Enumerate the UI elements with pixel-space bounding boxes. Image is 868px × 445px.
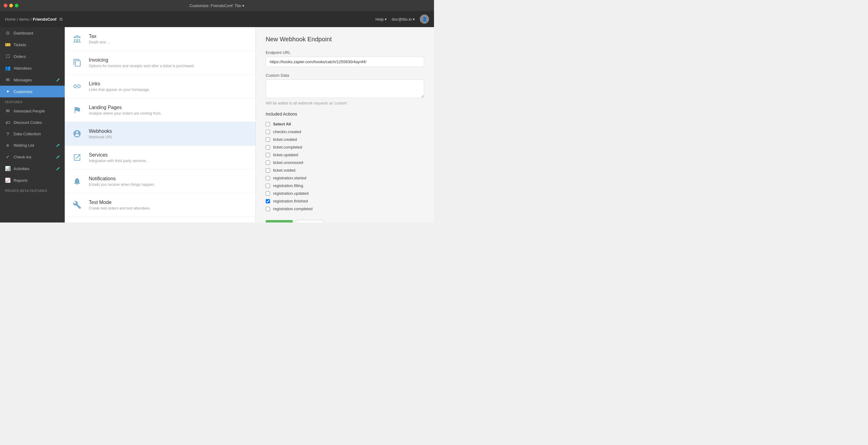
close-button[interactable] [4, 4, 7, 7]
topnav-right: Help ▾ doc@tito.io ▾ 👤 [375, 14, 429, 24]
included-actions-label: Included Actions [266, 112, 424, 117]
sidebar-label-check-ins: Check-ins [13, 155, 31, 159]
activities-icon: 📊 [5, 166, 10, 171]
sidebar-item-interested-people[interactable]: ✉ Interested People [0, 105, 65, 117]
services-subtitle: Integration with third party services. [89, 159, 147, 163]
menu-item-archive[interactable]: Archive Archive this event. [65, 217, 255, 222]
ticket-updated-checkbox[interactable] [266, 153, 270, 157]
sidebar-item-activities[interactable]: 📊 Activities 🧪 [0, 163, 65, 174]
sidebar-label-dashboard: Dashboard [13, 31, 33, 35]
menu-item-links[interactable]: Links Links that appear on your homepage… [65, 74, 255, 98]
webhooks-subtitle: Webhook URL [89, 135, 113, 139]
invoicing-text: Invoicing Options for invoices and recei… [89, 57, 195, 68]
registration-completed-checkbox[interactable] [266, 207, 270, 211]
check-ins-beta-icon: 🧪 [56, 155, 60, 159]
action-ticket-updated-row: ticket.updated [266, 151, 424, 159]
ticket-voided-checkbox[interactable] [266, 168, 270, 172]
test-mode-text: Test Mode Create test orders and test at… [89, 200, 151, 211]
menu-item-tax[interactable]: Tax Death and ... [65, 27, 255, 51]
current-page: FriendsConf [33, 17, 56, 22]
menu-item-services[interactable]: Services Integration with third party se… [65, 146, 255, 169]
sidebar-item-customize[interactable]: ✦ Customize [0, 86, 65, 97]
landing-pages-subtitle: Analyse where your orders are coming fro… [89, 111, 161, 116]
external-link-icon[interactable]: ⧉ [60, 17, 63, 22]
test-mode-icon [71, 199, 83, 211]
attendees-icon: 👥 [5, 65, 10, 71]
sidebar-item-discount-codes[interactable]: 🏷 Discount Codes [0, 117, 65, 128]
sidebar-label-activities: Activities [13, 166, 29, 171]
check-ins-icon: ✓ [5, 154, 10, 160]
reports-icon: 📈 [5, 178, 10, 183]
menu-item-test-mode[interactable]: Test Mode Create test orders and test at… [65, 193, 255, 217]
invoicing-title: Invoicing [89, 57, 195, 63]
menu-item-webhooks[interactable]: Webhooks Webhook URL [65, 122, 255, 146]
messages-beta-icon: 🧪 [56, 78, 60, 82]
action-registration-completed-row: registration.completed [266, 205, 424, 213]
topnav: Home / demo / FriendsConf ⧉ Help ▾ doc@t… [0, 11, 434, 27]
interested-people-icon: ✉ [5, 108, 10, 114]
save-button[interactable]: Save [266, 220, 293, 222]
notifications-icon [71, 175, 83, 187]
registration-filling-checkbox[interactable] [266, 184, 270, 188]
ticket-completed-label: ticket.completed [273, 145, 302, 150]
menu-item-invoicing[interactable]: Invoicing Options for invoices and recei… [65, 51, 255, 74]
registration-updated-checkbox[interactable] [266, 191, 270, 196]
action-ticket-created-row: ticket.created [266, 136, 424, 143]
test-mode-subtitle: Create test orders and test attendees. [89, 206, 151, 211]
webhooks-text: Webhooks Webhook URL [89, 128, 113, 139]
webhooks-title: Webhooks [89, 128, 113, 134]
tax-subtitle: Death and ... [89, 40, 110, 44]
ticket-completed-checkbox[interactable] [266, 145, 270, 150]
avatar[interactable]: 👤 [420, 14, 429, 24]
dashboard-icon: ⊙ [5, 30, 10, 36]
action-ticket-unsnoozed-row: ticket.unsnoozed [266, 159, 424, 166]
window-controls [4, 4, 19, 7]
sep-2: / [31, 17, 32, 22]
sidebar-item-tickets[interactable]: 🎫 Tickets [0, 39, 65, 51]
sidebar-item-attendees[interactable]: 👥 Attendees [0, 62, 65, 74]
sidebar-item-reports[interactable]: 📈 Reports [0, 174, 65, 186]
custom-data-textarea[interactable] [266, 80, 424, 98]
endpoint-url-label: Endpoint URL [266, 50, 424, 55]
action-registration-filling-row: registration.filling [266, 182, 424, 190]
invoicing-icon [71, 56, 83, 69]
tax-title: Tax [89, 34, 110, 39]
registration-finished-checkbox[interactable] [266, 199, 270, 203]
checkin-created-checkbox[interactable] [266, 130, 270, 134]
sidebar-item-waiting-list[interactable]: ≡ Waiting List 🧪 [0, 139, 65, 151]
sidebar-item-check-ins[interactable]: ✓ Check-ins 🧪 [0, 151, 65, 163]
menu-item-landing-pages[interactable]: Landing Pages Analyse where your orders … [65, 98, 255, 122]
endpoint-url-input[interactable] [266, 57, 424, 67]
home-link[interactable]: Home [5, 17, 16, 22]
help-button[interactable]: Help ▾ [375, 17, 387, 22]
sidebar-item-data-collection[interactable]: ? Data Collection [0, 128, 65, 139]
demo-link[interactable]: demo [19, 17, 29, 22]
data-collection-icon: ? [5, 131, 10, 136]
included-actions-group: Included Actions Select All checkin.crea… [266, 112, 424, 213]
sidebar-label-discount-codes: Discount Codes [13, 120, 42, 125]
ticket-unsnoozed-checkbox[interactable] [266, 161, 270, 165]
discount-codes-icon: 🏷 [5, 120, 10, 125]
waiting-list-icon: ≡ [5, 143, 10, 148]
sidebar-item-messages[interactable]: ✉ Messages 🧪 [0, 74, 65, 86]
ticket-created-checkbox[interactable] [266, 137, 270, 142]
registration-finished-label: registration.finished [273, 199, 308, 203]
custom-data-group: Custom Data Will be added to all webhook… [266, 73, 424, 105]
orders-icon: ☐ [5, 54, 10, 59]
registration-started-label: registration.started [273, 176, 306, 180]
select-all-checkbox[interactable] [266, 122, 270, 126]
landing-pages-title: Landing Pages [89, 105, 161, 110]
sidebar-item-dashboard[interactable]: ⊙ Dashboard [0, 27, 65, 39]
minimize-button[interactable] [9, 4, 13, 7]
registration-started-checkbox[interactable] [266, 176, 270, 180]
sidebar-item-orders[interactable]: ☐ Orders [0, 51, 65, 62]
cancel-button[interactable]: Cancel [296, 220, 324, 222]
maximize-button[interactable] [15, 4, 19, 7]
links-subtitle: Links that appear on your homepage. [89, 88, 150, 92]
tax-text: Tax Death and ... [89, 34, 110, 44]
messages-icon: ✉ [5, 77, 10, 83]
registration-updated-label: registration.updated [273, 191, 309, 196]
menu-item-notifications[interactable]: Notifications Emails you receive when th… [65, 169, 255, 193]
webhook-form: New Webhook Endpoint Endpoint URL Custom… [256, 27, 434, 222]
user-menu-button[interactable]: doc@tito.io ▾ [392, 17, 415, 22]
